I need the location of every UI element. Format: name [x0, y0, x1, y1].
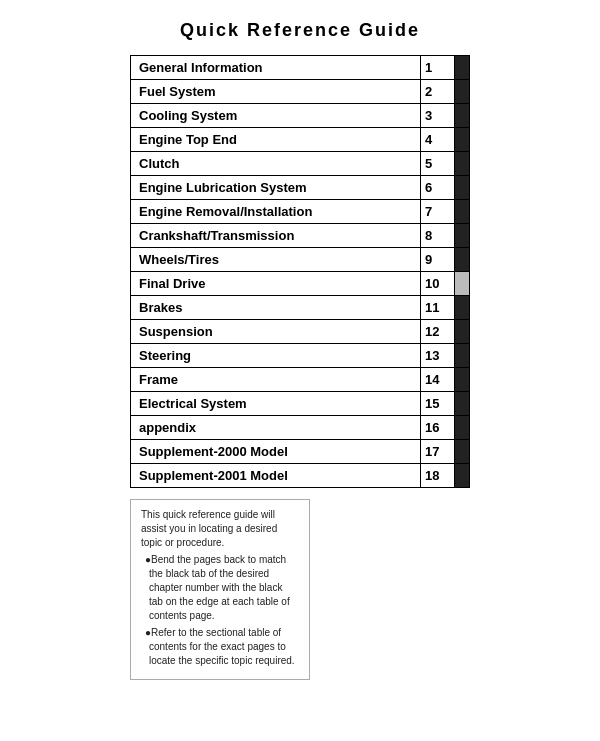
row-tab: [455, 416, 469, 439]
row-tab: [455, 368, 469, 391]
row-label: appendix: [131, 416, 421, 439]
row-number: 11: [421, 296, 455, 319]
info-bullet2: ●Refer to the sectional table of content…: [145, 626, 299, 668]
row-number: 15: [421, 392, 455, 415]
table-row: Cooling System3: [130, 103, 470, 128]
table-row: appendix16: [130, 415, 470, 440]
row-label: Supplement-2001 Model: [131, 464, 421, 487]
table-row: Supplement-2001 Model18: [130, 463, 470, 488]
row-label: Wheels/Tires: [131, 248, 421, 271]
row-label: Brakes: [131, 296, 421, 319]
row-number: 6: [421, 176, 455, 199]
row-number: 17: [421, 440, 455, 463]
row-tab: [455, 104, 469, 127]
row-number: 18: [421, 464, 455, 487]
bottom-section: This quick reference guide will assist y…: [130, 499, 470, 680]
table-row: Engine Removal/Installation7: [130, 199, 470, 224]
toc-table: General Information1Fuel System2Cooling …: [130, 55, 470, 487]
row-tab: [455, 296, 469, 319]
table-row: General Information1: [130, 55, 470, 80]
table-row: Wheels/Tires9: [130, 247, 470, 272]
row-number: 2: [421, 80, 455, 103]
row-tab: [455, 344, 469, 367]
row-number: 12: [421, 320, 455, 343]
row-label: Supplement-2000 Model: [131, 440, 421, 463]
row-number: 5: [421, 152, 455, 175]
table-row: Engine Top End4: [130, 127, 470, 152]
row-number: 9: [421, 248, 455, 271]
row-number: 16: [421, 416, 455, 439]
row-tab: [455, 272, 469, 295]
row-label: Electrical System: [131, 392, 421, 415]
row-label: Frame: [131, 368, 421, 391]
table-row: Final Drive10: [130, 271, 470, 296]
row-tab: [455, 128, 469, 151]
table-row: Clutch5: [130, 151, 470, 176]
table-row: Crankshaft/Transmission8: [130, 223, 470, 248]
row-tab: [455, 320, 469, 343]
row-label: Crankshaft/Transmission: [131, 224, 421, 247]
row-label: General Information: [131, 56, 421, 79]
row-tab: [455, 152, 469, 175]
row-number: 7: [421, 200, 455, 223]
row-number: 14: [421, 368, 455, 391]
table-row: Fuel System2: [130, 79, 470, 104]
row-number: 10: [421, 272, 455, 295]
row-tab: [455, 440, 469, 463]
row-label: Final Drive: [131, 272, 421, 295]
table-row: Engine Lubrication System6: [130, 175, 470, 200]
row-label: Fuel System: [131, 80, 421, 103]
table-row: Electrical System15: [130, 391, 470, 416]
row-tab: [455, 224, 469, 247]
row-tab: [455, 176, 469, 199]
row-label: Clutch: [131, 152, 421, 175]
table-row: Frame14: [130, 367, 470, 392]
row-tab: [455, 56, 469, 79]
page-container: Quick Reference Guide General Informatio…: [0, 0, 600, 700]
row-tab: [455, 200, 469, 223]
row-label: Suspension: [131, 320, 421, 343]
row-tab: [455, 80, 469, 103]
row-number: 1: [421, 56, 455, 79]
row-tab: [455, 464, 469, 487]
row-number: 13: [421, 344, 455, 367]
info-line1: This quick reference guide will assist y…: [141, 508, 299, 550]
row-label: Steering: [131, 344, 421, 367]
info-box: This quick reference guide will assist y…: [130, 499, 310, 680]
table-row: Steering13: [130, 343, 470, 368]
row-label: Engine Removal/Installation: [131, 200, 421, 223]
info-bullet1: ●Bend the pages back to match the black …: [145, 553, 299, 623]
table-row: Supplement-2000 Model17: [130, 439, 470, 464]
table-row: Suspension12: [130, 319, 470, 344]
row-number: 8: [421, 224, 455, 247]
row-number: 3: [421, 104, 455, 127]
table-row: Brakes11: [130, 295, 470, 320]
row-number: 4: [421, 128, 455, 151]
row-tab: [455, 392, 469, 415]
page-title: Quick Reference Guide: [180, 20, 420, 41]
row-label: Engine Top End: [131, 128, 421, 151]
row-tab: [455, 248, 469, 271]
row-label: Engine Lubrication System: [131, 176, 421, 199]
row-label: Cooling System: [131, 104, 421, 127]
